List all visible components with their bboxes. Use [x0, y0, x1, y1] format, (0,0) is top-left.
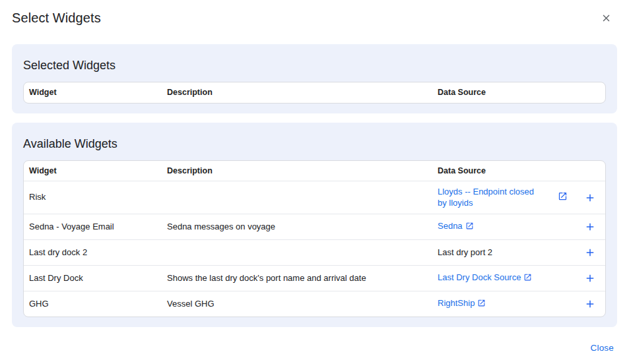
available-widgets-title: Available Widgets [23, 136, 606, 152]
column-header-widget: Widget [24, 82, 162, 103]
add-widget-cell [575, 297, 605, 311]
plus-icon [584, 196, 596, 206]
data-source-cell: Last Dry Dock Source [432, 272, 550, 285]
column-header-widget: Widget [24, 161, 162, 181]
data-source-cell: RightShip [432, 298, 550, 311]
add-widget-cell [575, 191, 605, 205]
description-cell: Vessel GHG [162, 299, 432, 310]
external-link-icon-separate-cell [550, 191, 575, 204]
widget-name-cell: Last dry dock 2 [24, 247, 162, 258]
plus-icon [584, 302, 596, 312]
table-row: GHG Vessel GHG RightShip [24, 291, 605, 317]
data-source-label: Last dry port 2 [438, 247, 492, 257]
external-link-icon [523, 273, 532, 285]
data-source-cell: Sedna [432, 221, 550, 233]
column-header-description: Description [162, 161, 432, 181]
plus-icon [584, 225, 596, 235]
add-widget-button[interactable] [583, 297, 597, 311]
available-widgets-table: Widget Description Data Source Risk Lloy… [23, 160, 606, 318]
data-source-link[interactable]: Last Dry Dock Source [438, 272, 532, 282]
data-source-label: Sedna [438, 221, 463, 231]
column-header-data-source: Data Source [432, 82, 550, 103]
plus-icon [584, 251, 596, 260]
data-source-link[interactable]: RightShip [438, 298, 486, 308]
table-row: Risk Lloyds -- Endpoint closed by lloyid… [24, 181, 605, 214]
external-link-icon-separate[interactable] [558, 191, 568, 204]
plus-icon [584, 276, 596, 286]
table-row: Last Dry Dock Shows the last dry dock's … [24, 265, 605, 291]
close-dialog-button[interactable]: Close [590, 343, 614, 353]
table-row: Sedna - Voyage Email Sedna messages on v… [24, 214, 605, 239]
external-link-icon [465, 222, 474, 233]
available-widgets-section: Available Widgets Widget Description Dat… [12, 123, 617, 328]
widget-name-cell: Sedna - Voyage Email [24, 222, 162, 233]
data-source-cell: Last dry port 2 [432, 247, 550, 258]
data-source-label: Lloyds -- Endpoint closed by lloyids [438, 187, 534, 208]
table-row: Last dry dock 2 Last dry port 2 [24, 239, 605, 265]
data-source-label: Last Dry Dock Source [438, 272, 521, 282]
add-widget-button[interactable] [583, 271, 597, 286]
external-link-icon [477, 299, 486, 311]
selected-widgets-section: Selected Widgets Widget Description Data… [12, 44, 617, 113]
table-header-row: Widget Description Data Source [24, 161, 605, 181]
description-cell: Sedna messages on voyage [162, 222, 432, 233]
data-source-label: RightShip [438, 298, 475, 308]
column-header-description: Description [162, 82, 432, 103]
widget-name-cell: GHG [24, 299, 162, 310]
add-widget-button[interactable] [583, 191, 597, 205]
dialog-header: Select Widgets [0, 0, 629, 26]
column-header-data-source: Data Source [432, 161, 550, 181]
selected-widgets-title: Selected Widgets [23, 57, 606, 73]
data-source-link[interactable]: Sedna [438, 221, 474, 231]
widget-name-cell: Risk [24, 192, 162, 203]
data-source-link[interactable]: Lloyds -- Endpoint closed by lloyids [438, 187, 534, 208]
add-widget-cell [575, 245, 605, 260]
add-widget-button[interactable] [583, 245, 597, 260]
data-source-cell: Lloyds -- Endpoint closed by lloyids [432, 187, 550, 208]
table-header-row: Widget Description Data Source [24, 82, 605, 103]
dialog-title: Select Widgets [12, 10, 101, 26]
add-widget-button[interactable] [583, 220, 597, 234]
available-widgets-rows: Risk Lloyds -- Endpoint closed by lloyid… [24, 181, 605, 317]
data-source-link: Last dry port 2 [438, 247, 492, 257]
widget-name-cell: Last Dry Dock [24, 273, 162, 284]
close-button[interactable] [599, 11, 613, 25]
add-widget-cell [575, 220, 605, 234]
add-widget-cell [575, 271, 605, 286]
close-icon [601, 16, 612, 26]
selected-widgets-table: Widget Description Data Source [23, 82, 606, 104]
dialog-footer: Close [590, 342, 614, 353]
description-cell: Shows the last dry dock's port name and … [162, 273, 432, 284]
